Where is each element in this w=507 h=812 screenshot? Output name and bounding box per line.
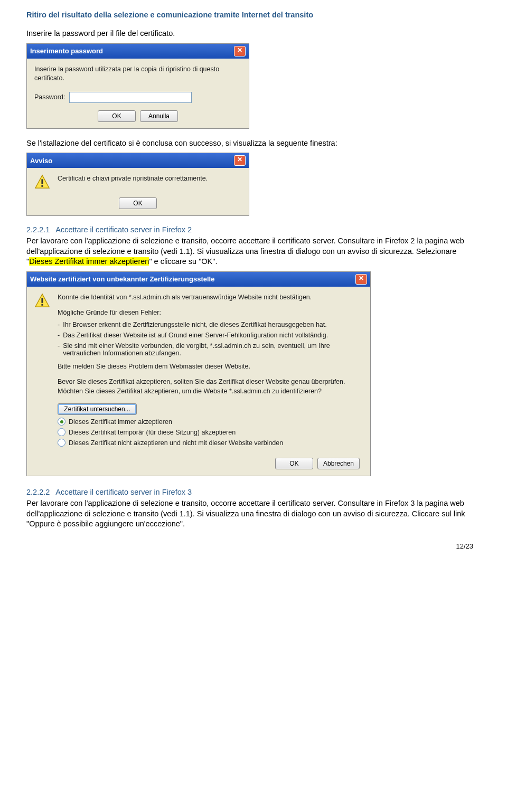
dialog-message: Inserire la password utilizzata per la c… <box>34 65 241 83</box>
dialog-titlebar: Inserimento password ✕ <box>27 44 249 59</box>
alert-dialog: Avviso ✕ Certificati e chiavi private ri… <box>26 153 249 216</box>
highlighted-phrase: Dieses Zertifikat immer akzeptieren <box>29 257 149 266</box>
radio-reject[interactable]: Dieses Zertifikat nicht akzeptieren und … <box>58 439 363 447</box>
cancel-button[interactable]: Abbrechen <box>317 458 360 469</box>
warning-icon <box>34 174 50 190</box>
dialog-title: Inserimento password <box>30 47 103 55</box>
cert-message-line1: Konnte die Identität von *.ssl.admin.ch … <box>58 293 363 303</box>
ok-button[interactable]: OK <box>275 458 313 469</box>
section-title-text: Accettare il certificato server in Firef… <box>55 488 192 496</box>
section-body-2221: Per lavorare con l'applicazione di selez… <box>26 236 475 267</box>
cert-warning-dialog: Website zertifiziert von unbekannter Zer… <box>26 271 371 477</box>
page-number: 12/23 <box>26 542 475 550</box>
password-dialog: Inserimento password ✕ Inserire la passw… <box>26 43 249 129</box>
cert-reason-list: -Ihr Browser erkennt die Zertifizierungs… <box>58 321 363 357</box>
list-item: -Ihr Browser erkennt die Zertifizierungs… <box>58 321 363 328</box>
radio-label: Dieses Zertifikat nicht akzeptieren und … <box>69 439 283 447</box>
list-item: -Das Zertifikat dieser Website ist auf G… <box>58 332 363 339</box>
close-icon[interactable]: ✕ <box>234 155 246 166</box>
section-number: 2.2.2.1 <box>26 225 54 234</box>
close-icon[interactable]: ✕ <box>355 274 367 285</box>
section-heading-2221: 2.2.2.1 Accettare il certificato server … <box>26 225 475 234</box>
svg-rect-4 <box>41 298 43 303</box>
cancel-button[interactable]: Annulla <box>140 110 178 122</box>
radio-accept-temp[interactable]: Dieses Zertifikat temporär (für diese Si… <box>58 428 363 436</box>
ok-button[interactable]: OK <box>98 110 136 122</box>
inspect-cert-button[interactable]: Zertifikat untersuchen... <box>58 403 137 415</box>
dialog-title: Avviso <box>30 157 52 165</box>
section-number: 2.2.2.2 <box>26 488 54 496</box>
dialog-title: Website zertifiziert von unbekannter Zer… <box>30 275 214 283</box>
page-header: Ritiro del risultato della selezione e c… <box>26 11 475 19</box>
password-input[interactable] <box>69 92 192 103</box>
dialog-titlebar: Avviso ✕ <box>27 153 249 168</box>
svg-rect-5 <box>41 304 43 305</box>
cert-message-line2: Mögliche Gründe für diesen Fehler: <box>58 308 363 318</box>
ok-button[interactable]: OK <box>119 197 157 209</box>
password-label: Password: <box>34 93 65 101</box>
warning-icon <box>34 293 50 309</box>
list-item: -Sie sind mit einer Website verbunden, d… <box>58 342 363 357</box>
radio-accept-always[interactable]: Dieses Zertifikat immer akzeptieren <box>58 418 363 426</box>
radio-label: Dieses Zertifikat temporär (für diese Si… <box>69 429 236 436</box>
section-body-2222: Per lavorare con l'applicazione di selez… <box>26 498 475 530</box>
svg-rect-2 <box>41 185 43 187</box>
close-icon[interactable]: ✕ <box>234 46 246 56</box>
section-heading-2222: 2.2.2.2 Accettare il certificato server … <box>26 488 475 496</box>
section-title-text: Accettare il certificato server in Firef… <box>55 225 192 234</box>
dialog-titlebar: Website zertifiziert von unbekannter Zer… <box>27 272 370 287</box>
radio-label: Dieses Zertifikat immer akzeptieren <box>69 418 172 426</box>
dialog-message: Certificati e chiavi private ripristinat… <box>58 174 208 184</box>
cert-message-line3: Bitte melden Sie dieses Problem dem Webm… <box>58 362 363 372</box>
svg-rect-1 <box>41 180 43 184</box>
intro-text-1: Inserire la password per il file del cer… <box>26 29 475 39</box>
cert-message-line4: Bevor Sie dieses Zertifikat akzeptieren,… <box>58 377 363 396</box>
intro-text-2: Se l'istallazione del certificato si è c… <box>26 138 475 149</box>
